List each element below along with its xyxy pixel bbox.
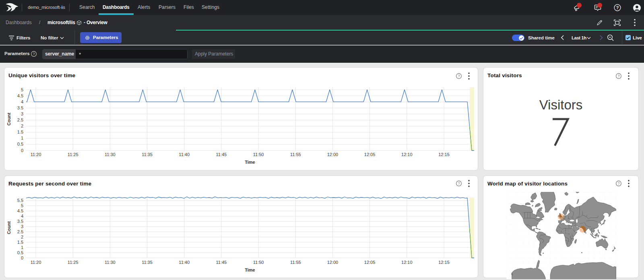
svg-text:11:35: 11:35 bbox=[142, 260, 153, 265]
svg-text:11:25: 11:25 bbox=[68, 152, 78, 157]
svg-text:?: ? bbox=[33, 52, 35, 56]
svg-text:11:45: 11:45 bbox=[216, 260, 227, 265]
svg-text:12:00: 12:00 bbox=[327, 152, 339, 157]
svg-text:2.5: 2.5 bbox=[17, 229, 23, 234]
svg-text:12:10: 12:10 bbox=[401, 260, 413, 265]
svg-text:5: 5 bbox=[21, 87, 23, 92]
svg-text:1: 1 bbox=[21, 245, 23, 250]
svg-text:11:50: 11:50 bbox=[253, 260, 264, 265]
svg-text:11:20: 11:20 bbox=[31, 152, 41, 157]
svg-text:11:55: 11:55 bbox=[290, 260, 301, 265]
svg-text:Time: Time bbox=[245, 268, 255, 272]
svg-text:4.5: 4.5 bbox=[17, 208, 23, 213]
svg-text:Count: Count bbox=[6, 221, 11, 234]
svg-text:4.5: 4.5 bbox=[17, 93, 23, 98]
svg-text:3: 3 bbox=[21, 224, 23, 229]
svg-text:0: 0 bbox=[21, 255, 23, 260]
svg-text:11:50: 11:50 bbox=[253, 152, 264, 157]
svg-text:11:40: 11:40 bbox=[179, 152, 190, 157]
svg-text:1.5: 1.5 bbox=[17, 240, 23, 245]
svg-text:12:10: 12:10 bbox=[401, 152, 413, 157]
svg-text:3.5: 3.5 bbox=[17, 219, 23, 224]
svg-text:11:20: 11:20 bbox=[31, 260, 41, 265]
svg-text:12:15: 12:15 bbox=[438, 260, 450, 265]
svg-text:12:15: 12:15 bbox=[438, 152, 450, 157]
svg-text:1: 1 bbox=[21, 136, 23, 140]
svg-text:12:05: 12:05 bbox=[364, 152, 376, 157]
svg-text:0.5: 0.5 bbox=[17, 250, 23, 255]
svg-text:5.5: 5.5 bbox=[17, 198, 23, 203]
svg-text:1.5: 1.5 bbox=[17, 130, 23, 134]
svg-text:11:30: 11:30 bbox=[105, 152, 116, 157]
svg-text:5: 5 bbox=[21, 203, 23, 208]
svg-text:0: 0 bbox=[21, 148, 23, 153]
svg-text:11:40: 11:40 bbox=[179, 260, 190, 265]
svg-text:?: ? bbox=[616, 5, 619, 10]
svg-text:2: 2 bbox=[21, 124, 23, 128]
svg-text:12:00: 12:00 bbox=[327, 260, 339, 265]
svg-text:0.5: 0.5 bbox=[17, 142, 23, 146]
svg-text:11:45: 11:45 bbox=[216, 152, 227, 157]
svg-text:Time: Time bbox=[245, 160, 255, 165]
svg-text:4: 4 bbox=[21, 214, 23, 218]
svg-text:11:25: 11:25 bbox=[68, 260, 78, 265]
svg-text:11:30: 11:30 bbox=[105, 260, 116, 265]
svg-text:11:35: 11:35 bbox=[142, 152, 153, 157]
svg-text:2.5: 2.5 bbox=[17, 117, 23, 122]
svg-text:?: ? bbox=[618, 181, 620, 185]
svg-text:12:05: 12:05 bbox=[364, 260, 376, 265]
svg-text:4: 4 bbox=[21, 99, 23, 104]
svg-text:11:55: 11:55 bbox=[290, 152, 301, 157]
svg-text:3.5: 3.5 bbox=[17, 105, 23, 110]
svg-text:3: 3 bbox=[21, 111, 23, 116]
svg-text:Count: Count bbox=[6, 113, 11, 126]
svg-text:2: 2 bbox=[21, 235, 23, 239]
